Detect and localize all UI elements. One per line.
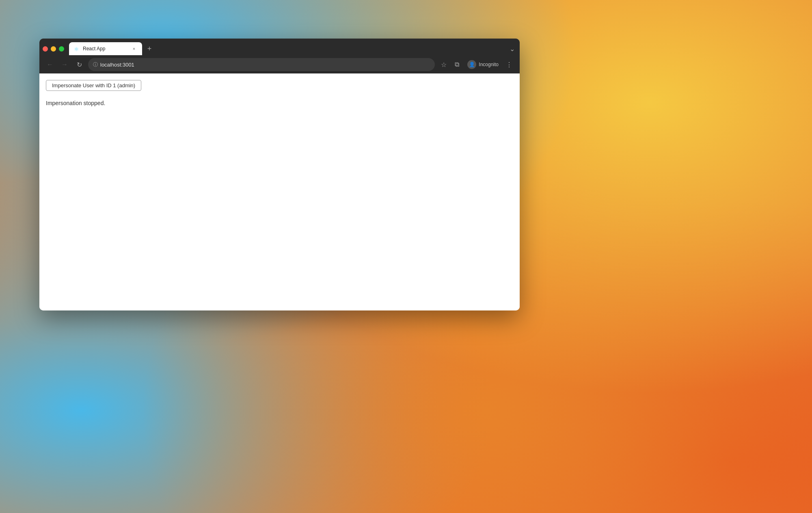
more-options-button[interactable]: ⋮ <box>503 59 515 70</box>
forward-button[interactable]: → <box>59 59 70 70</box>
maximize-button[interactable] <box>59 46 64 52</box>
reload-button[interactable]: ↻ <box>73 59 85 70</box>
toolbar-right: ☆ ⧉ 👤 Incognito ⋮ <box>438 58 515 71</box>
new-tab-button[interactable]: + <box>144 43 155 54</box>
page-content: Impersonate User with ID 1 (admin) Imper… <box>39 73 520 310</box>
back-button[interactable]: ← <box>44 59 56 70</box>
tab-bar: ⚛ React App × + ⌄ <box>39 39 520 56</box>
tab-close-button[interactable]: × <box>131 45 137 52</box>
address-bar: ← → ↻ ⓘ localhost:3001 ☆ ⧉ 👤 Incognito ⋮ <box>39 56 520 73</box>
close-button[interactable] <box>43 46 48 52</box>
incognito-button[interactable]: 👤 Incognito <box>464 58 502 71</box>
browser-window: ⚛ React App × + ⌄ ← → ↻ ⓘ localhost:3001… <box>39 39 520 310</box>
url-display: localhost:3001 <box>100 62 430 68</box>
split-view-button[interactable]: ⧉ <box>451 59 462 70</box>
tab-expand-button[interactable]: ⌄ <box>508 43 516 54</box>
impersonation-status: Impersonation stopped. <box>46 100 513 106</box>
browser-chrome: ⚛ React App × + ⌄ ← → ↻ ⓘ localhost:3001… <box>39 39 520 73</box>
tab-title: React App <box>83 46 127 52</box>
incognito-label: Incognito <box>479 62 499 67</box>
active-tab[interactable]: ⚛ React App × <box>69 42 142 55</box>
address-input-container[interactable]: ⓘ localhost:3001 <box>88 58 435 71</box>
minimize-button[interactable] <box>51 46 56 52</box>
incognito-avatar: 👤 <box>467 60 476 69</box>
tab-favicon-icon: ⚛ <box>74 46 80 52</box>
impersonate-button[interactable]: Impersonate User with ID 1 (admin) <box>46 80 141 91</box>
window-controls <box>43 46 64 52</box>
secure-icon: ⓘ <box>93 61 98 68</box>
bookmark-button[interactable]: ☆ <box>438 59 449 70</box>
